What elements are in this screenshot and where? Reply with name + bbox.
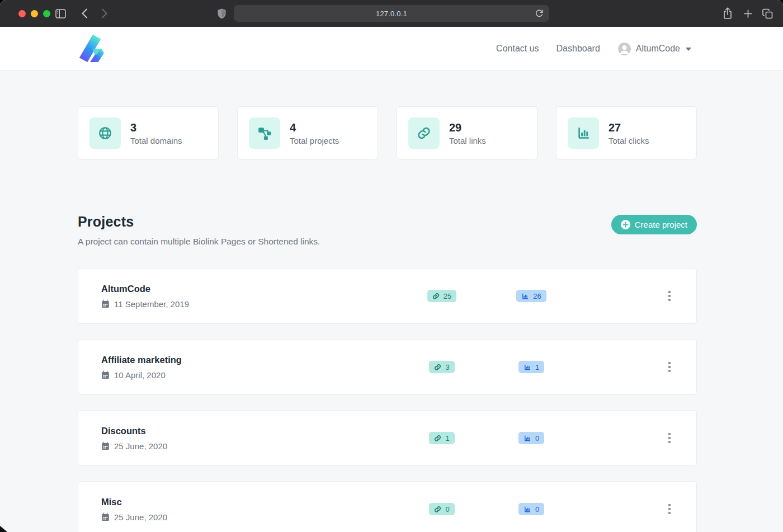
refresh-icon[interactable]	[534, 8, 545, 19]
project-name[interactable]: AltumCode	[101, 284, 397, 294]
altumcode-logo[interactable]	[78, 35, 105, 63]
link-icon	[434, 364, 441, 371]
project-name[interactable]: Discounts	[101, 426, 397, 436]
create-project-label: Create project	[635, 220, 687, 229]
back-icon[interactable]	[79, 8, 90, 19]
stat-card-clicks: 27 Total clicks	[556, 106, 697, 159]
shield-icon[interactable]	[216, 8, 227, 19]
stat-card-projects: 4 Total projects	[237, 106, 378, 159]
plus-circle-icon	[621, 220, 630, 229]
stat-label: Total projects	[290, 136, 339, 145]
globe-icon	[89, 117, 121, 149]
project-menu-kebab-icon[interactable]	[663, 287, 676, 305]
stat-label: Total domains	[130, 136, 182, 145]
project-menu-kebab-icon[interactable]	[663, 429, 676, 447]
forward-icon[interactable]	[99, 8, 110, 19]
stat-card-links: 29 Total links	[397, 106, 537, 159]
stat-value: 29	[449, 120, 486, 135]
clicks-badge: 1	[518, 361, 544, 373]
sidebar-toggle-icon[interactable]	[55, 8, 66, 19]
link-icon	[434, 506, 441, 513]
avatar	[618, 43, 631, 55]
links-badge: 25	[427, 290, 456, 302]
stat-value: 27	[609, 120, 649, 135]
chart-bar-icon	[521, 293, 529, 300]
clicks-badge: 26	[516, 290, 546, 302]
project-date: 25 June, 2020	[114, 441, 167, 451]
traffic-light-zoom[interactable]	[43, 10, 50, 17]
chart-bar-icon	[568, 117, 599, 149]
clicks-badge: 0	[518, 432, 544, 444]
project-row: AltumCode 11 September, 2019 25 26	[78, 268, 697, 324]
user-name: AltumCode	[636, 44, 680, 54]
stats-row: 3 Total domains 4 Total projects	[78, 106, 697, 159]
project-menu-kebab-icon[interactable]	[663, 500, 676, 518]
chart-bar-icon	[523, 506, 531, 513]
calendar-icon	[101, 299, 110, 308]
calendar-icon	[101, 441, 110, 450]
mouse-cursor	[0, 526, 7, 532]
project-name[interactable]: Affiliate marketing	[101, 355, 397, 365]
clicks-badge: 0	[518, 503, 544, 515]
create-project-button[interactable]: Create project	[611, 215, 697, 234]
stat-card-domains: 3 Total domains	[78, 106, 219, 159]
stat-value: 4	[290, 120, 339, 135]
project-diagram-icon	[249, 117, 280, 149]
url-text: 127.0.0.1	[376, 10, 407, 18]
links-badge: 0	[429, 503, 454, 515]
link-icon	[408, 117, 440, 149]
traffic-light-close[interactable]	[18, 10, 26, 17]
project-menu-kebab-icon[interactable]	[663, 358, 676, 376]
project-name[interactable]: Misc	[101, 497, 397, 507]
stat-label: Total links	[449, 136, 486, 145]
project-row: Misc 25 June, 2020 0 0	[78, 481, 697, 532]
page-title: Projects	[78, 214, 320, 230]
browser-window: 127.0.0.1	[0, 0, 783, 532]
project-row: Affiliate marketing 10 April, 2020 3 1	[78, 339, 697, 395]
project-row: Discounts 25 June, 2020 1 0	[78, 410, 697, 466]
address-bar[interactable]: 127.0.0.1	[234, 5, 549, 22]
project-date: 10 April, 2020	[114, 370, 166, 380]
calendar-icon	[101, 370, 110, 379]
page-subtitle: A project can contain multiple Biolink P…	[78, 237, 320, 247]
link-icon	[434, 435, 441, 442]
calendar-icon	[101, 512, 110, 521]
browser-chrome: 127.0.0.1	[0, 0, 783, 27]
chevron-down-icon	[686, 48, 691, 51]
link-icon	[432, 293, 440, 300]
nav-link-contact-us[interactable]: Contact us	[496, 44, 539, 54]
traffic-light-minimize[interactable]	[31, 10, 38, 17]
tabs-overview-icon[interactable]	[762, 8, 773, 19]
app-navbar: Contact us Dashboard AltumCode	[0, 27, 783, 71]
nav-link-dashboard[interactable]: Dashboard	[556, 44, 600, 54]
chart-bar-icon	[523, 364, 531, 371]
links-badge: 1	[429, 432, 454, 444]
main-content: 3 Total domains 4 Total projects	[78, 106, 697, 532]
projects-list: AltumCode 11 September, 2019 25 26 Affil…	[78, 268, 697, 532]
chart-bar-icon	[523, 435, 531, 442]
user-menu[interactable]: AltumCode	[618, 43, 691, 55]
links-badge: 3	[429, 361, 454, 373]
projects-section-header: Projects A project can contain multiple …	[78, 214, 697, 247]
stat-label: Total clicks	[609, 136, 649, 145]
share-icon[interactable]	[722, 8, 733, 19]
project-date: 11 September, 2019	[114, 299, 189, 309]
new-tab-icon[interactable]	[742, 8, 753, 19]
stat-value: 3	[130, 120, 182, 135]
project-date: 25 June, 2020	[114, 512, 167, 522]
